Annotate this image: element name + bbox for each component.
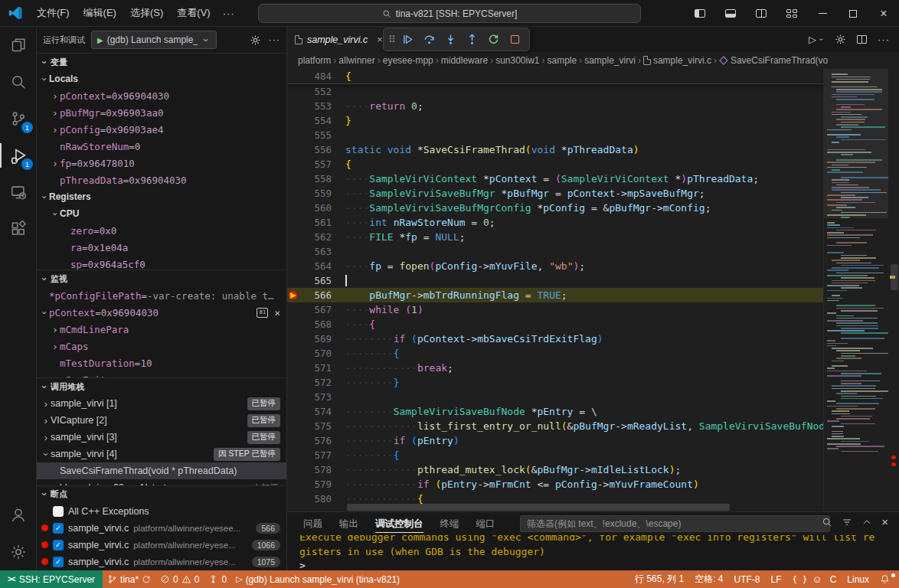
breakpoint-row[interactable]: ✓sample_virvi.cplatform/allwinner/eyese.…: [37, 537, 286, 554]
variable-row[interactable]: ›pConfig = 0x96903ae4: [37, 121, 286, 138]
gutter[interactable]: [287, 142, 301, 157]
code-line[interactable]: 564····fp = fopen(pConfig->mYuvFile, "wb…: [287, 259, 823, 273]
variable-row[interactable]: ›pContext = 0x96904030: [37, 87, 286, 104]
panel-tab-item[interactable]: 端口: [469, 512, 502, 535]
code-line[interactable]: 572········}: [287, 375, 823, 390]
variable-row[interactable]: ›CPU: [37, 205, 286, 222]
code-line[interactable]: 578············pthread_mutex_lock(&pBufM…: [287, 462, 823, 477]
run-or-debug-button[interactable]: ▷›: [809, 34, 824, 45]
console-filter-input[interactable]: [520, 515, 830, 532]
code-line[interactable]: 567····while (1): [287, 302, 823, 317]
code-line[interactable]: 562····FILE *fp = NULL;: [287, 230, 823, 244]
gutter[interactable]: [287, 404, 301, 419]
code-line[interactable]: 563: [287, 244, 823, 259]
problems-indicator[interactable]: 0 0: [155, 574, 204, 585]
code-area[interactable]: 484{ 552553····return 0;554}555556static…: [287, 69, 823, 511]
more-actions-icon[interactable]: ···: [878, 34, 890, 45]
language-mode[interactable]: C: [825, 574, 842, 585]
remove-watch-icon[interactable]: ×: [274, 307, 280, 318]
layout-sidebar-icon[interactable]: [685, 0, 715, 27]
gutter[interactable]: [287, 375, 301, 390]
gutter[interactable]: [287, 215, 301, 230]
chevron-icon[interactable]: ›: [50, 209, 61, 218]
more-actions-icon[interactable]: ···: [269, 34, 281, 45]
gutter[interactable]: [287, 230, 301, 244]
code-line[interactable]: 552: [287, 84, 823, 99]
gutter[interactable]: [287, 332, 301, 346]
code-line[interactable]: 574········SampleVirviSaveBufNode *pEntr…: [287, 404, 823, 419]
command-center-search[interactable]: tina-v821 [SSH: EPYCServer]: [258, 4, 641, 23]
variables-header[interactable]: › 变量: [37, 54, 286, 70]
gutter[interactable]: [287, 462, 301, 477]
step-into-button[interactable]: [442, 31, 460, 49]
eol-sequence[interactable]: LF: [766, 574, 786, 585]
gutter[interactable]: [287, 390, 301, 404]
stop-button[interactable]: [506, 31, 525, 49]
code-line[interactable]: 570········{: [287, 346, 823, 361]
code-line[interactable]: 558····SampleVirViContext *pContext = (S…: [287, 172, 823, 186]
callstack-row[interactable]: ›sample_virvi [4]因 STEP 已暂停: [37, 446, 286, 462]
close-button[interactable]: ×: [868, 0, 899, 27]
breakpoint-checkbox[interactable]: ✓: [53, 557, 64, 567]
drag-grip-icon[interactable]: ⠿: [388, 34, 396, 45]
sticky-line[interactable]: 484{: [287, 69, 823, 83]
variable-row[interactable]: ›pBufMgr = 0x96903aa0: [37, 104, 286, 121]
sidebar-item-source-control[interactable]: 1: [0, 100, 37, 137]
gutter[interactable]: [287, 259, 301, 273]
chevron-icon[interactable]: ›: [41, 432, 51, 443]
vertical-scrollbar[interactable]: [891, 264, 898, 290]
panel-tab-item[interactable]: 问题: [296, 512, 329, 535]
chevron-icon[interactable]: ›: [51, 107, 60, 119]
menu-item[interactable]: 编辑(E): [77, 3, 123, 23]
breadcrumb-item[interactable]: allwinner: [338, 55, 374, 66]
variable-row[interactable]: ›nRawStoreNum = 0: [37, 138, 286, 155]
gutter[interactable]: [287, 113, 301, 128]
gutter[interactable]: [287, 346, 301, 361]
continue-button[interactable]: [399, 31, 417, 49]
filter-icon[interactable]: [842, 517, 852, 528]
breakpoints-header[interactable]: › 断点: [37, 486, 286, 503]
horizontal-scrollbar[interactable]: [347, 504, 730, 511]
minimize-button[interactable]: [807, 0, 838, 27]
breakpoint-checkbox[interactable]: ✓: [53, 540, 64, 550]
breadcrumb-item[interactable]: sample_virvi: [584, 55, 636, 66]
code-line[interactable]: 573: [287, 390, 823, 404]
accounts-button[interactable]: [0, 497, 37, 534]
chevron-icon[interactable]: ›: [41, 398, 51, 410]
layout-split-icon[interactable]: [746, 0, 776, 27]
breadcrumb-item[interactable]: sun300iw1: [495, 55, 539, 66]
watch-row[interactable]: ›mCaps: [37, 338, 286, 354]
code-line[interactable]: 560····SampleVirviSaveBufMgrConfig *pCon…: [287, 201, 823, 215]
chevron-icon[interactable]: ›: [51, 90, 60, 102]
watch-row[interactable]: ›mSemExit: [37, 371, 286, 377]
code-line[interactable]: 569········if (pContext->mbSaveCsiTrdExi…: [287, 332, 823, 346]
panel-tab-item[interactable]: 终端: [433, 512, 466, 535]
search-icon[interactable]: [822, 517, 832, 528]
code-line[interactable]: 579············if (pEntry->mFrmCnt <= pC…: [287, 477, 823, 492]
sticky-scroll-line[interactable]: 484{: [287, 69, 823, 84]
cursor-position[interactable]: 行 565, 列 1: [630, 573, 688, 586]
code-line[interactable]: 576········if (pEntry): [287, 433, 823, 448]
code-line[interactable]: 557{: [287, 157, 823, 172]
settings-button[interactable]: [0, 534, 37, 570]
callstack-row[interactable]: ›sample_virvi [1]已暂停: [37, 395, 286, 412]
code-line[interactable]: 571············break;: [287, 361, 823, 375]
code-line[interactable]: 555: [287, 128, 823, 142]
watch-row[interactable]: ›*pConfigFilePath = -var-create: unable …: [37, 287, 286, 304]
menu-item[interactable]: 文件(F): [31, 3, 76, 23]
split-editor-icon[interactable]: [857, 35, 867, 44]
step-over-button[interactable]: [420, 31, 439, 49]
gutter[interactable]: [287, 288, 301, 302]
gutter[interactable]: [287, 477, 301, 492]
console-prompt[interactable]: >: [299, 559, 899, 570]
sidebar-item-search[interactable]: [0, 64, 37, 100]
debug-session-indicator[interactable]: ▷ (gdb) Launch sample_virvi (tina-v821): [231, 574, 404, 585]
code-line[interactable]: 556static void *SaveCsiFrameThrad(void *…: [287, 142, 823, 157]
watch-row[interactable]: ›mTestDuration = 10: [37, 354, 286, 371]
breadcrumb-item[interactable]: sample: [548, 55, 577, 66]
breadcrumb-item[interactable]: platform: [298, 55, 331, 66]
gutter[interactable]: [287, 433, 301, 448]
chevron-icon[interactable]: ›: [39, 308, 51, 317]
chevron-icon[interactable]: ›: [51, 324, 60, 335]
gutter[interactable]: [287, 448, 301, 462]
